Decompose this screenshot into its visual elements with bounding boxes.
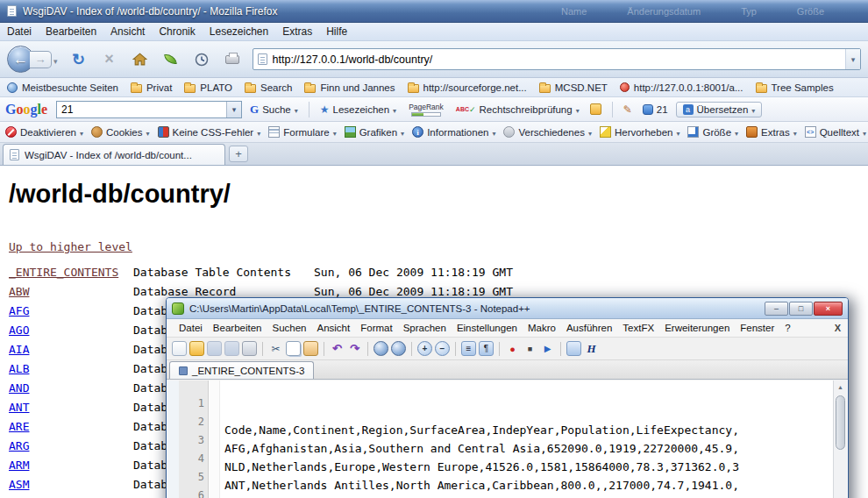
reload-button[interactable]: [69, 50, 89, 69]
menu-item[interactable]: Ansicht: [103, 23, 152, 41]
bookmark-item[interactable]: MCSD.NET: [539, 82, 608, 93]
scroll-up-arrow[interactable]: [834, 381, 847, 394]
close-button[interactable]: ×: [814, 302, 843, 316]
maximize-button[interactable]: □: [789, 302, 813, 316]
notepad-menu-item[interactable]: Ausführen: [561, 323, 617, 333]
entry-link[interactable]: ALB: [9, 362, 133, 375]
new-file-icon[interactable]: [172, 341, 187, 356]
entry-link[interactable]: AND: [9, 381, 133, 395]
webdev-menu-item[interactable]: Extras: [746, 126, 797, 138]
doc-monitor-icon[interactable]: [566, 341, 581, 356]
notepad-editor[interactable]: 1 Code,Name,Continent,Region,SurfaceArea…: [167, 381, 847, 498]
separator[interactable]: [324, 342, 324, 356]
dropdown-icon[interactable]: [863, 127, 866, 138]
dropdown-icon[interactable]: [751, 104, 755, 115]
webdev-menu-item[interactable]: Informationen: [412, 126, 495, 138]
entry-link[interactable]: ARG: [9, 439, 133, 452]
minimize-button[interactable]: –: [765, 302, 788, 316]
notepad-menu-item[interactable]: Format: [355, 323, 397, 333]
dropdown-icon[interactable]: [735, 127, 738, 138]
replace-icon[interactable]: [391, 341, 406, 356]
entry-link[interactable]: ARE: [9, 420, 133, 433]
paste-icon[interactable]: [303, 341, 318, 356]
webdev-menu-item[interactable]: Keine CSS-Fehler: [158, 126, 261, 138]
menu-item[interactable]: Hilfe: [319, 23, 354, 41]
dropdown-icon[interactable]: [80, 127, 83, 138]
menu-item[interactable]: Lesezeichen: [203, 23, 275, 41]
up-to-higher-level-link[interactable]: Up to higher level: [9, 240, 132, 253]
home-button[interactable]: [131, 50, 150, 69]
webdev-menu-item[interactable]: Cookies: [91, 126, 150, 138]
autofill-icon[interactable]: [621, 103, 635, 116]
close-document-button[interactable]: X: [835, 323, 841, 333]
entry-link[interactable]: AIA: [9, 343, 133, 356]
notepad-menu-item[interactable]: Datei: [174, 323, 208, 333]
play-macro-icon[interactable]: ▶: [540, 341, 555, 356]
entry-link[interactable]: ANT: [9, 401, 133, 414]
counter-badge[interactable]: 21: [640, 104, 671, 115]
url-bar[interactable]: http://127.0.0.1/world-db/country/: [253, 48, 861, 70]
redo-icon[interactable]: ↷: [347, 341, 362, 356]
dropdown-icon[interactable]: [393, 104, 396, 115]
separator[interactable]: [499, 342, 500, 356]
bookmark-item[interactable]: Finn und Jannes: [304, 82, 395, 93]
separator[interactable]: [560, 342, 561, 356]
dropdown-icon[interactable]: [793, 127, 797, 138]
translate-button[interactable]: Übersetzen: [676, 102, 763, 117]
bookmark-item[interactable]: Privat: [131, 82, 172, 93]
entry-link[interactable]: ABW: [9, 285, 133, 298]
new-tab-button[interactable]: [229, 146, 248, 162]
notepad-menu-item[interactable]: Makro: [523, 323, 561, 333]
webdev-menu-item[interactable]: Größe: [687, 126, 738, 138]
notepad-document-tab[interactable]: _ENTIRE_CONTENTS-3: [169, 361, 314, 379]
copy-icon[interactable]: [286, 341, 301, 356]
dropdown-icon[interactable]: [333, 127, 337, 138]
dropdown-icon[interactable]: [588, 127, 592, 138]
feed-button[interactable]: [161, 50, 181, 69]
spellcheck-button[interactable]: Rechtschreibprüfung: [453, 104, 582, 115]
google-search-input[interactable]: 21: [56, 101, 242, 118]
print-button[interactable]: [223, 50, 242, 69]
separator[interactable]: [262, 342, 263, 356]
entry-link[interactable]: _ENTIRE_CONTENTS: [9, 266, 133, 279]
cut-icon[interactable]: ✂: [268, 341, 283, 356]
separator[interactable]: [455, 342, 456, 356]
stop-macro-icon[interactable]: ■: [523, 341, 537, 356]
dropdown-icon[interactable]: [295, 104, 298, 115]
bookmark-item[interactable]: http://127.0.0.1:8001/a...: [620, 82, 743, 93]
notepad-menu-item[interactable]: Ansicht: [312, 323, 356, 333]
webdev-menu-item[interactable]: Formulare: [268, 126, 336, 138]
record-macro-icon[interactable]: ●: [505, 341, 520, 356]
tab-wsgidav[interactable]: WsgiDAV - Index of /world-db/count...: [3, 144, 225, 165]
send-to-icon[interactable]: [590, 103, 601, 115]
word-wrap-icon[interactable]: ≡: [461, 341, 476, 356]
textfx-icon[interactable]: H: [584, 341, 599, 356]
notepad-menu-item[interactable]: Bearbeiten: [208, 323, 267, 333]
google-search-button[interactable]: Suche: [247, 103, 301, 117]
search-dropdown-icon[interactable]: [226, 102, 241, 117]
undo-icon[interactable]: ↶: [330, 341, 345, 356]
history-button[interactable]: [192, 50, 211, 69]
notepad-menu-item[interactable]: Sprachen: [398, 323, 452, 333]
save-icon[interactable]: [207, 341, 222, 356]
scroll-thumb[interactable]: [836, 395, 845, 450]
bookmark-item[interactable]: Search: [245, 82, 292, 93]
find-icon[interactable]: [374, 341, 388, 356]
separator[interactable]: [367, 342, 368, 356]
notepad-titlebar[interactable]: C:\Users\Martin\AppData\Local\Temp\_ENTI…: [167, 298, 848, 319]
notepad-menu-item[interactable]: Fenster: [735, 323, 779, 333]
editor-scrollbar[interactable]: [833, 381, 847, 498]
google-search-value[interactable]: 21: [57, 103, 226, 116]
save-all-icon[interactable]: [224, 341, 239, 356]
urlbar-dropdown[interactable]: [845, 49, 860, 69]
bookmark-item[interactable]: Tree Samples: [756, 82, 834, 93]
stop-button[interactable]: [100, 50, 119, 69]
dropdown-icon[interactable]: [146, 127, 150, 138]
entry-link[interactable]: ASM: [9, 478, 133, 491]
webdev-menu-item[interactable]: Quelltext: [805, 126, 866, 138]
menu-item[interactable]: Chronik: [152, 23, 202, 41]
webdev-menu-item[interactable]: Grafiken: [345, 126, 404, 138]
entry-link[interactable]: ARM: [9, 459, 133, 472]
notepad-menu-item[interactable]: TextFX: [617, 323, 659, 333]
webdev-menu-item[interactable]: Deaktivieren: [5, 126, 83, 138]
